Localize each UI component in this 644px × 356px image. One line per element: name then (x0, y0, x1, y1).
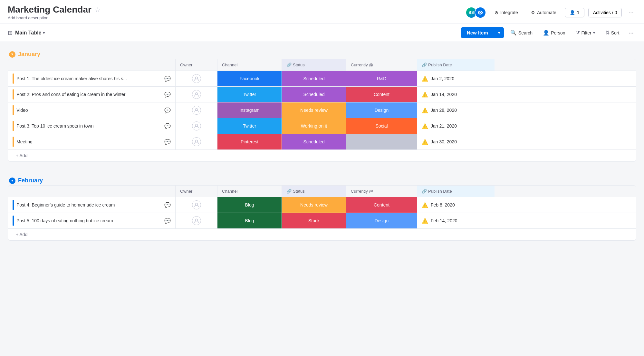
publish-date: Feb 8, 2020 (431, 202, 455, 207)
table-row: Post 1: The oldest ice cream maker alive… (8, 71, 636, 87)
chat-icon[interactable]: 💬 (164, 123, 171, 129)
item-name-container: Post 3: Top 10 ice cream spots in town 💬 (16, 123, 171, 129)
february-toggle[interactable]: ▼ (9, 178, 15, 184)
automate-button[interactable]: ⚙ Automate (526, 8, 561, 17)
january-table: Owner Channel 🔗 Status Currently @ 🔗 Pub… (8, 59, 636, 162)
currently-badge: Social (346, 118, 417, 134)
item-name-cell: Post 5: 100 days of eating nothing but i… (8, 213, 176, 228)
chat-icon[interactable]: 💬 (164, 218, 171, 224)
table-row: Video 💬 Instagram Needs review Des (8, 102, 636, 118)
table-row: Meeting 💬 Pinterest Scheduled (8, 134, 636, 149)
february-group-header: ▼ February (8, 175, 636, 184)
toolbar-right: New Item ▾ 🔍 Search 👤 Person ⧩ Filter ▾ … (461, 27, 636, 38)
status-cell[interactable]: Scheduled (282, 71, 346, 86)
row-accent (13, 89, 14, 100)
january-group-name[interactable]: January (18, 51, 40, 58)
owner-avatar (192, 121, 201, 130)
more-options-button[interactable]: ··· (626, 7, 636, 17)
status-cell[interactable]: Needs review (282, 102, 346, 118)
january-toggle[interactable]: ▼ (9, 51, 15, 58)
channel-cell: Twitter (217, 87, 282, 102)
warning-icon: ⚠️ (422, 218, 428, 224)
table-row: Post 5: 100 days of eating nothing but i… (8, 213, 636, 228)
search-icon: 🔍 (510, 30, 517, 36)
warning-icon: ⚠️ (422, 91, 428, 98)
table-row: Post 4: Beginner's guide to homemade ice… (8, 197, 636, 213)
main-table-button[interactable]: Main Table ▾ (15, 30, 45, 36)
chat-icon[interactable]: 💬 (164, 202, 171, 208)
publish-date: Jan 21, 2020 (431, 123, 457, 129)
status-badge: Working on it (282, 118, 346, 134)
automate-icon: ⚙ (531, 10, 535, 15)
owner-avatar (192, 74, 201, 83)
channel-cell: Facebook (217, 71, 282, 86)
owner-avatar (192, 106, 201, 115)
status-link-icon: 🔗 (286, 63, 292, 67)
new-item-button[interactable]: New Item ▾ (461, 27, 504, 38)
currently-badge: Design (346, 102, 417, 118)
integrate-button[interactable]: ⊗ Integrate (490, 8, 523, 17)
item-name-cell: Post 2: Pros and cons of eating ice crea… (8, 87, 176, 102)
board-description[interactable]: Add board description (8, 15, 101, 20)
toolbar-more-button[interactable]: ··· (626, 28, 636, 38)
chat-icon[interactable]: 💬 (164, 139, 171, 145)
row-accent (13, 200, 14, 210)
warning-icon: ⚠️ (422, 123, 428, 129)
february-rows: Post 4: Beginner's guide to homemade ice… (8, 197, 636, 228)
integrate-icon: ⊗ (495, 10, 498, 15)
feb-status-link-icon: 🔗 (286, 189, 292, 194)
owner-avatar (192, 200, 201, 209)
february-add-row[interactable]: + Add (8, 228, 636, 240)
person-filter-button[interactable]: 👤 Person (539, 27, 569, 38)
activities-button[interactable]: Activities / 0 (588, 8, 622, 17)
feb-th-currently: Currently @ (346, 186, 417, 197)
row-accent (13, 137, 14, 147)
publish-cell: ⚠️ Feb 8, 2020 (417, 197, 495, 213)
owner-cell (176, 102, 217, 118)
owner-cell (176, 118, 217, 134)
new-item-dropdown-arrow[interactable]: ▾ (494, 28, 504, 38)
channel-cell: Instagram (217, 102, 282, 118)
status-cell[interactable]: Needs review (282, 197, 346, 213)
members-button[interactable]: 👤 1 (565, 8, 584, 17)
chat-icon[interactable]: 💬 (164, 76, 171, 82)
table-row: Post 2: Pros and cons of eating ice crea… (8, 87, 636, 102)
february-table: Owner Channel 🔗 Status Currently @ 🔗 Pub… (8, 185, 636, 241)
item-name-container: Video 💬 (16, 107, 171, 113)
publish-date: Jan 14, 2020 (431, 92, 457, 97)
sort-button[interactable]: ⇅ Sort (601, 27, 623, 38)
status-cell[interactable]: Working on it (282, 118, 346, 134)
channel-badge: Twitter (217, 87, 282, 102)
publish-cell: ⚠️ Jan 2, 2020 (417, 71, 495, 86)
currently-cell: Design (346, 213, 417, 228)
publish-cell: ⚠️ Feb 14, 2020 (417, 213, 495, 228)
channel-cell: Blog (217, 197, 282, 213)
search-button[interactable]: 🔍 Search (506, 27, 536, 38)
header-right: BS ⊗ Integrate ⚙ Automate 👤 1 Activities… (466, 7, 636, 18)
star-icon[interactable]: ☆ (95, 6, 101, 14)
item-name-cell: Post 4: Beginner's guide to homemade ice… (8, 197, 176, 213)
owner-avatar (192, 90, 201, 99)
table-row: Post 3: Top 10 ice cream spots in town 💬… (8, 118, 636, 134)
publish-cell: ⚠️ Jan 30, 2020 (417, 134, 495, 149)
status-cell[interactable]: Stuck (282, 213, 346, 228)
february-group-name[interactable]: February (18, 177, 43, 184)
row-accent (13, 105, 14, 115)
item-name: Post 2: Pros and cons of eating ice crea… (16, 92, 162, 97)
filter-button[interactable]: ⧩ Filter ▾ (572, 28, 599, 38)
item-name-container: Meeting 💬 (16, 139, 171, 145)
chat-icon[interactable]: 💬 (164, 91, 171, 98)
publish-date: Jan 28, 2020 (431, 108, 457, 113)
new-item-label: New Item (461, 27, 494, 38)
channel-badge: Facebook (217, 71, 282, 86)
january-table-header: Owner Channel 🔗 Status Currently @ 🔗 Pub… (8, 59, 636, 71)
status-badge: Scheduled (282, 134, 346, 149)
feb-th-publish: 🔗 Publish Date (417, 186, 495, 197)
january-add-row[interactable]: + Add (8, 149, 636, 161)
status-cell[interactable]: Scheduled (282, 134, 346, 149)
chat-icon[interactable]: 💬 (164, 107, 171, 113)
status-cell[interactable]: Scheduled (282, 87, 346, 102)
th-owner: Owner (176, 59, 217, 71)
filter-chevron-icon: ▾ (593, 31, 595, 35)
owner-cell (176, 134, 217, 149)
